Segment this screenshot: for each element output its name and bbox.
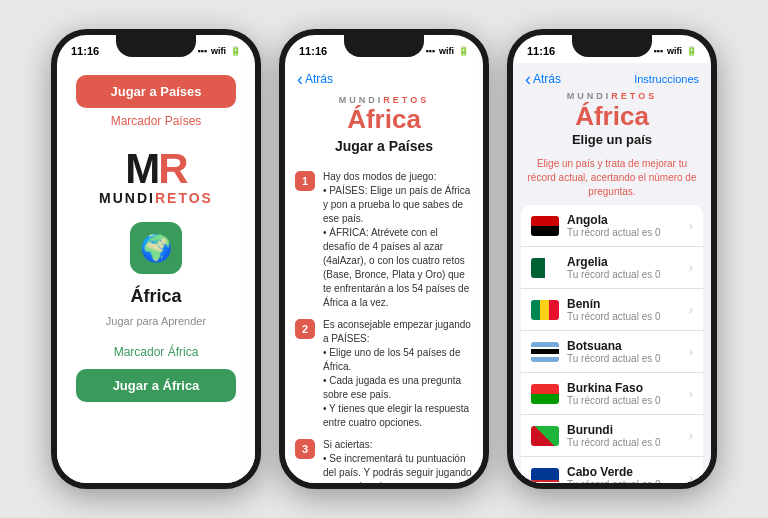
chevron-icon-botsuana: › [689,345,693,359]
country-info-benin: Benín Tu récord actual es 0 [567,297,681,322]
africa-title-instr: África [297,105,471,134]
step-text-3: Si aciertas:• Se incrementará tu puntuac… [323,438,473,483]
africa-title-home: África [130,286,181,307]
country-info-caboverde: Cabo Verde Tu récord actual es 0 [567,465,681,483]
country-record-burundi: Tu récord actual es 0 [567,437,681,448]
steps-list: 1 Hay dos modos de juego:• PAÍSES: Elige… [285,170,483,483]
country-record-burkina: Tu récord actual es 0 [567,395,681,406]
list-item[interactable]: Burkina Faso Tu récord actual es 0 › [521,373,703,415]
marcador-africa-link[interactable]: Marcador África [114,345,199,359]
step-num-1: 1 [295,171,315,191]
country-name-argelia: Argelia [567,255,681,269]
jugar-aprender-label: Jugar para Aprender [106,315,206,327]
country-info-botsuana: Botsuana Tu récord actual es 0 [567,339,681,364]
list-item[interactable]: Botsuana Tu récord actual es 0 › [521,331,703,373]
status-icons-3: ▪▪▪ wifi 🔋 [653,46,697,56]
instructions-screen: Atrás MUNDIRETOS África Jugar a Países 1… [285,63,483,483]
flag-benin [531,300,559,320]
list-item[interactable]: Argelia Tu récord actual es 0 › [521,247,703,289]
time-1: 11:16 [71,45,99,57]
list-item[interactable]: Cabo Verde Tu récord actual es 0 › [521,457,703,483]
mr-letters: MR [125,148,186,190]
battery-icon-3: 🔋 [686,46,697,56]
instrucciones-link[interactable]: Instrucciones [634,73,699,85]
country-name-caboverde: Cabo Verde [567,465,681,479]
chevron-icon-burkina: › [689,387,693,401]
wifi-icon-2: wifi [439,46,454,56]
nav-bar-2: Atrás [285,63,483,95]
signal-icon: ▪▪▪ [197,46,207,56]
country-record-argelia: Tu récord actual es 0 [567,269,681,280]
flag-botsuana [531,342,559,362]
time-2: 11:16 [299,45,327,57]
marcador-paises-link[interactable]: Marcador Países [111,114,202,128]
step-text-1: Hay dos modos de juego:• PAÍSES: Elige u… [323,170,473,310]
mr-name: MUNDIRETOS [99,190,213,206]
africa-globe-icon: 🌍 [130,222,182,274]
country-info-burundi: Burundi Tu récord actual es 0 [567,423,681,448]
step-3: 3 Si aciertas:• Se incrementará tu puntu… [295,438,473,483]
home-screen: Jugar a Países Marcador Países MR MUNDIR… [57,63,255,483]
mundi-retos-label-3: MUNDIRETOS [525,91,699,101]
flag-burkina [531,384,559,404]
country-record-angola: Tu récord actual es 0 [567,227,681,238]
africa-title-list: África [525,101,699,132]
choose-country-label: Elige un país [525,132,699,147]
country-name-angola: Angola [567,213,681,227]
phone-3: 11:16 ▪▪▪ wifi 🔋 Atrás Instrucciones MUN… [507,29,717,489]
country-record-caboverde: Tu récord actual es 0 [567,479,681,483]
wifi-icon-3: wifi [667,46,682,56]
flag-angola [531,216,559,236]
list-item[interactable]: Angola Tu récord actual es 0 › [521,205,703,247]
flag-caboverde [531,468,559,484]
status-icons-2: ▪▪▪ wifi 🔋 [425,46,469,56]
back-button-3[interactable]: Atrás [525,70,561,88]
battery-icon-2: 🔋 [458,46,469,56]
country-list-screen: Atrás Instrucciones MUNDIRETOS África El… [513,63,711,483]
list-nav: Atrás Instrucciones [513,63,711,91]
step-num-3: 3 [295,439,315,459]
step-num-2: 2 [295,319,315,339]
notch-1 [116,35,196,57]
wifi-icon: wifi [211,46,226,56]
chevron-icon-burundi: › [689,429,693,443]
country-record-botsuana: Tu récord actual es 0 [567,353,681,364]
time-3: 11:16 [527,45,555,57]
status-icons-1: ▪▪▪ wifi 🔋 [197,46,241,56]
list-item[interactable]: Benín Tu récord actual es 0 › [521,289,703,331]
chevron-icon-angola: › [689,219,693,233]
notch-2 [344,35,424,57]
list-prompt-text: Elige un país y trata de mejorar tu réco… [513,157,711,205]
country-info-argelia: Argelia Tu récord actual es 0 [567,255,681,280]
signal-icon-3: ▪▪▪ [653,46,663,56]
chevron-icon-argelia: › [689,261,693,275]
list-header: MUNDIRETOS África Elige un país [513,91,711,157]
flag-argelia [531,258,559,278]
chevron-icon-benin: › [689,303,693,317]
retos-span-3: RETOS [611,91,657,101]
signal-icon-2: ▪▪▪ [425,46,435,56]
flag-burundi [531,426,559,446]
battery-icon: 🔋 [230,46,241,56]
screen-subtitle: Jugar a Países [297,138,471,154]
step-2: 2 Es aconsejable empezar jugando a PAÍSE… [295,318,473,430]
notch-3 [572,35,652,57]
country-info-burkina: Burkina Faso Tu récord actual es 0 [567,381,681,406]
chevron-icon-caboverde: › [689,471,693,484]
mr-logo: MR MUNDIRETOS [99,148,213,206]
jugar-paises-button[interactable]: Jugar a Países [76,75,236,108]
country-list: Angola Tu récord actual es 0 › Argelia T… [521,205,703,483]
phone-1: 11:16 ▪▪▪ wifi 🔋 Jugar a Países Marcador… [51,29,261,489]
step-1: 1 Hay dos modos de juego:• PAÍSES: Elige… [295,170,473,310]
back-button-2[interactable]: Atrás [297,70,333,88]
country-info-angola: Angola Tu récord actual es 0 [567,213,681,238]
step-text-2: Es aconsejable empezar jugando a PAÍSES:… [323,318,473,430]
jugar-africa-button[interactable]: Jugar a África [76,369,236,402]
country-record-benin: Tu récord actual es 0 [567,311,681,322]
instr-header: MUNDIRETOS África Jugar a Países [285,95,483,170]
country-name-botsuana: Botsuana [567,339,681,353]
country-name-burkina: Burkina Faso [567,381,681,395]
country-name-benin: Benín [567,297,681,311]
list-item[interactable]: Burundi Tu récord actual es 0 › [521,415,703,457]
country-name-burundi: Burundi [567,423,681,437]
